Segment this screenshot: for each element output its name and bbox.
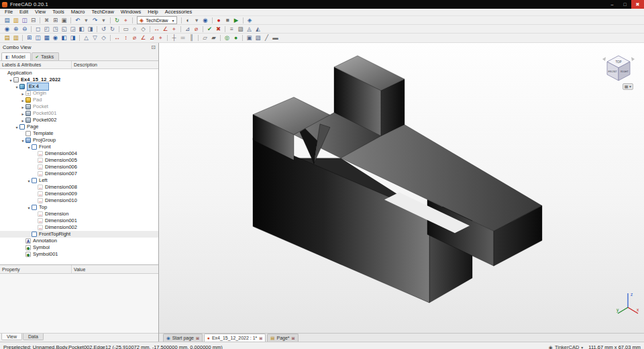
toggle-visibility-icon[interactable]: ◬ [245,26,254,33]
view-rear-icon[interactable]: ◱ [60,26,68,33]
tree-sync-icon[interactable]: ≡ [227,26,236,33]
doc-tab-start-page[interactable]: ◉Start page⊠ [163,334,203,342]
tree-closed-arrow-icon[interactable]: ▸ [20,98,25,103]
tree-item-ex4-15-12-2022[interactable]: ▾Ex4_15_12_2022 [0,77,158,83]
dimension-length-icon[interactable]: ↔ [113,34,121,42]
tree-open-arrow-icon[interactable]: ▾ [20,138,25,143]
new-document-icon[interactable]: ▤ [3,17,11,24]
tree-item-application[interactable]: Application [0,70,158,77]
workbench-selector[interactable]: ◈TechDraw▾ [137,16,177,24]
view-bottom-icon[interactable]: ◲ [68,26,77,33]
undo-menu-icon[interactable]: ▾ [82,17,91,24]
doc-tab-page[interactable]: ▤Page*⊠ [267,334,298,342]
isometric-view-icon[interactable]: ◉ [201,17,210,24]
tree-open-arrow-icon[interactable]: ▾ [8,78,13,83]
navcube-rotate-arrow-left[interactable] [602,57,606,61]
wireframe-style-icon[interactable]: ▭ [121,26,130,33]
centerline-icon[interactable]: ┼ [170,34,178,42]
tab-model[interactable]: ◧Model [1,52,31,60]
export-page-svg-icon[interactable]: ◎ [223,34,231,42]
measure-diameter-icon[interactable]: ⌀ [192,26,201,33]
tree-closed-arrow-icon[interactable]: ▸ [20,111,25,116]
tree-item-dimension007[interactable]: ↔Dimension007 [0,170,158,177]
dimension-angle-icon[interactable]: ∠ [139,34,148,42]
macro-record-icon[interactable]: ● [215,17,223,24]
insert-annotation-icon[interactable]: △ [82,34,91,42]
measure-angle-icon[interactable]: ∠ [161,26,170,33]
doc-tab-ex4-15-12-2022-1[interactable]: ●Ex4_15_12_2022 : 1*⊠ [204,334,266,342]
toggle-transparency-icon[interactable]: ◭ [254,26,262,33]
appearance-icon[interactable]: ▨ [236,26,245,33]
tree-item-pocket002[interactable]: ▸Pocket002 [0,117,158,123]
close-tab-icon[interactable]: ⊠ [259,336,262,340]
menu-macro[interactable]: Macro [68,9,89,15]
close-tab-icon[interactable]: ⊠ [196,336,199,340]
menu-accessories[interactable]: Accessories [162,9,195,15]
tree-item-ex-4[interactable]: ▾Ex 4 [0,83,158,90]
view-left-icon[interactable]: ◧ [77,26,86,33]
navcube-menu-widget[interactable]: ▦ ▾ [623,83,633,90]
clip-plane-icon[interactable]: ⊿ [183,26,192,33]
insert-symbol-icon[interactable]: ▽ [91,34,99,42]
tree-item-left[interactable]: ▾Left [0,177,158,184]
print-icon[interactable]: ⊟ [29,17,38,24]
menu-help[interactable]: Help [144,9,161,15]
view-right-icon[interactable]: ◳ [51,26,60,33]
tree-closed-arrow-icon[interactable]: ▸ [20,91,25,96]
horizontal-centerline-icon[interactable]: ═ [178,34,187,42]
rich-annotation-icon[interactable]: ▬ [271,34,280,42]
float-panel-icon[interactable]: ⊡ [151,44,156,50]
tree-item-origin[interactable]: ▸⌖Origin [0,90,158,97]
export-page-dxf-icon[interactable]: ● [231,34,240,42]
redo-icon[interactable]: ↷ [91,17,99,24]
navigation-cube[interactable]: TOP FRONT RIGHT [601,50,636,87]
macro-play-icon[interactable]: ▶ [232,17,241,24]
dimension-radius-icon[interactable]: ⊿ [148,34,156,42]
tree-item-dimension002[interactable]: ↔Dimension002 [0,224,158,231]
zoom-out-icon[interactable]: ⊖ [20,26,29,33]
new-page-template-icon[interactable]: ▥ [11,34,20,42]
insert-section-view-icon[interactable]: ◧ [60,34,68,42]
property-editor[interactable] [0,274,158,334]
tree-item-projgroup[interactable]: ▾ProjGroup [0,137,158,144]
balloon-icon[interactable]: ⌖ [156,34,165,42]
maximize-button[interactable]: □ [619,0,631,9]
view-top-icon[interactable]: ◰ [42,26,51,33]
tree-item-front[interactable]: ▾Front [0,144,158,150]
redo-menu-icon[interactable]: ▾ [99,17,108,24]
tree-item-dimension008[interactable]: ↔Dimension008 [0,184,158,191]
stack-annotation-icon[interactable]: ▨ [254,34,262,42]
navcube-rotate-arrow-right[interactable] [631,57,635,61]
open-document-icon[interactable]: ▥ [11,17,20,24]
dimension-vertical-icon[interactable]: ↕ [121,34,130,42]
tree-item-dimension009[interactable]: ↔Dimension009 [0,191,158,197]
menu-tools[interactable]: Tools [49,9,68,15]
measure-center-icon[interactable]: ⌖ [170,26,178,33]
menu-file[interactable]: File [1,9,16,15]
tree-item-dimension006[interactable]: ↔Dimension006 [0,164,158,170]
tab-tasks[interactable]: ✔Tasks [32,52,60,60]
projection-group-icon[interactable]: ▦ [42,34,51,42]
rotate-right-icon[interactable]: ↻ [108,26,117,33]
whats-this-icon[interactable]: ◈ [246,17,254,24]
insert-detail-view-icon[interactable]: ◉ [51,34,60,42]
toggle-frames-icon[interactable]: ▣ [245,34,254,42]
menu-view[interactable]: View [32,9,49,15]
close-button[interactable]: ✖ [631,0,644,9]
hatch-region-icon[interactable]: ▱ [201,34,209,42]
zoom-in-icon[interactable]: ⊕ [11,26,20,33]
measure-distance-icon[interactable]: ↔ [152,26,161,33]
tree-item-template[interactable]: Template [0,130,158,137]
fit-all-icon[interactable]: ◉ [3,26,11,33]
tree-closed-arrow-icon[interactable]: ▸ [20,118,25,123]
accept-icon[interactable]: ✔ [205,26,214,33]
points-style-icon[interactable]: ○ [130,26,139,33]
save-icon[interactable]: ◫ [20,17,29,24]
new-page-default-icon[interactable]: ▤ [3,34,11,42]
tree-open-arrow-icon[interactable]: ▾ [26,179,32,183]
tree-item-symbol001[interactable]: ◆Symbol001 [0,251,158,258]
tree-item-symbol[interactable]: ◆Symbol [0,244,158,251]
tree-item-top[interactable]: ▾Top [0,204,158,211]
geometric-hatch-icon[interactable]: ▰ [209,34,218,42]
tree-open-arrow-icon[interactable]: ▾ [14,125,19,130]
